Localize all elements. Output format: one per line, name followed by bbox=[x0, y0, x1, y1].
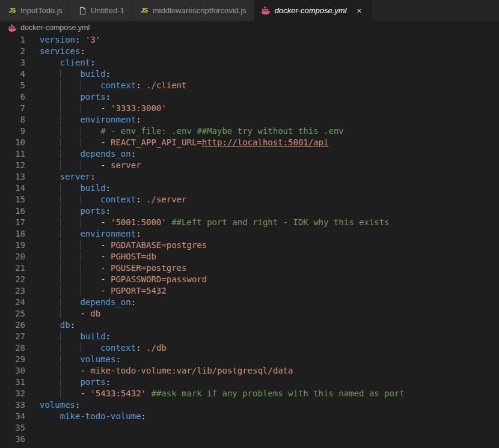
indent-guide bbox=[60, 377, 81, 387]
tab-middlewarescriptforcovid-js[interactable]: JSmiddlewarescriptforcovid.js bbox=[132, 0, 254, 21]
line-number: 11 bbox=[0, 148, 25, 160]
code-line[interactable]: 4 build: bbox=[0, 68, 499, 80]
code-text: build: bbox=[40, 68, 111, 80]
tab-label: middlewarescriptforcovid.js bbox=[153, 6, 246, 15]
line-number: 21 bbox=[0, 262, 25, 274]
tab-inputtodo-js[interactable]: JSInputTodo.js bbox=[0, 0, 70, 21]
code-line[interactable]: 19 - PGDATABASE=postgres bbox=[0, 240, 499, 251]
code-text: volumes: bbox=[40, 399, 80, 411]
code-line[interactable]: 25 - db bbox=[0, 308, 499, 319]
code-line[interactable]: 32 - '5433:5432' ##ask mark if any probl… bbox=[0, 388, 499, 399]
indent-guide bbox=[60, 263, 81, 273]
code-line[interactable]: 15 context: ./server bbox=[0, 194, 499, 205]
code-line[interactable]: 23 - PGPORT=5432 bbox=[0, 285, 499, 297]
code-line[interactable]: 11 depends_on: bbox=[0, 148, 499, 160]
code-line[interactable]: 28 context: ./db bbox=[0, 342, 499, 354]
code-line[interactable]: 8 environment: bbox=[0, 114, 499, 126]
code-text: context: ./db bbox=[40, 342, 167, 354]
code-line[interactable]: 35 bbox=[0, 422, 499, 434]
code-text: environment: bbox=[40, 228, 141, 240]
tab-docker-compose-yml[interactable]: docker-compose.yml× bbox=[254, 0, 373, 21]
code-text: depends_on: bbox=[40, 297, 136, 308]
line-number: 17 bbox=[0, 217, 25, 228]
line-number: 2 bbox=[0, 46, 25, 57]
line-number: 13 bbox=[0, 171, 25, 183]
code-line[interactable]: 18 environment: bbox=[0, 228, 499, 240]
code-text: - server bbox=[40, 160, 141, 171]
line-number: 8 bbox=[0, 114, 25, 126]
line-number: 7 bbox=[0, 103, 25, 114]
indent-guide bbox=[80, 195, 100, 204]
code-text: - mike-todo-volume:var/lib/postgresql/da… bbox=[40, 365, 293, 377]
indent-guide bbox=[60, 80, 81, 90]
code-line[interactable]: 27 build: bbox=[0, 331, 499, 342]
code-text: version: '3' bbox=[40, 34, 100, 46]
indent-guide bbox=[60, 240, 81, 250]
code-line[interactable]: 14 build: bbox=[0, 183, 499, 194]
code-text: ports: bbox=[40, 91, 111, 103]
code-line[interactable]: 12 - server bbox=[0, 160, 499, 171]
breadcrumb-item-filename[interactable]: docker-compose.yml bbox=[20, 23, 90, 32]
code-text: ports: bbox=[40, 377, 111, 388]
line-number: 14 bbox=[0, 183, 25, 194]
code-text: build: bbox=[40, 331, 111, 342]
line-number: 22 bbox=[0, 274, 25, 285]
code-line[interactable]: 29 volumes: bbox=[0, 354, 499, 365]
indent-guide bbox=[80, 138, 100, 147]
indent-guide bbox=[60, 229, 81, 238]
code-line[interactable]: 20 - PGHOST=db bbox=[0, 251, 499, 262]
line-number: 9 bbox=[0, 126, 25, 137]
code-text: - '3333:3000' bbox=[40, 103, 167, 114]
code-line[interactable]: 6 ports: bbox=[0, 91, 499, 103]
indent-guide bbox=[80, 160, 100, 170]
line-number: 27 bbox=[0, 331, 25, 342]
indent-guide bbox=[60, 217, 81, 227]
tab-label: InputTodo.js bbox=[20, 6, 63, 15]
tab-label: docker-compose.yml bbox=[275, 6, 347, 15]
indent-guide bbox=[60, 160, 81, 170]
code-text: - PGPASSWORD=password bbox=[40, 274, 207, 285]
line-number: 6 bbox=[0, 91, 25, 103]
close-icon[interactable]: × bbox=[354, 5, 365, 16]
code-line[interactable]: 21 - PGUSER=postgres bbox=[0, 262, 499, 274]
line-number: 28 bbox=[0, 342, 25, 354]
code-line[interactable]: 22 - PGPASSWORD=password bbox=[0, 274, 499, 285]
code-line[interactable]: 24 depends_on: bbox=[0, 297, 499, 308]
code-text: - '5001:5000' ##Left port and right - ID… bbox=[40, 217, 390, 228]
code-line[interactable]: 3 client: bbox=[0, 57, 499, 68]
indent-guide bbox=[60, 354, 81, 364]
code-line[interactable]: 30 - mike-todo-volume:var/lib/postgresql… bbox=[0, 365, 499, 377]
indent-guide bbox=[60, 183, 81, 193]
line-number: 32 bbox=[0, 388, 25, 399]
tab-untitled-1[interactable]: Untitled-1 bbox=[70, 0, 132, 21]
code-line[interactable]: 10 - REACT_APP_API_URL=http://localhost:… bbox=[0, 137, 499, 148]
code-line[interactable]: 5 context: ./client bbox=[0, 80, 499, 91]
code-line[interactable]: 26 db: bbox=[0, 319, 499, 331]
docker-icon bbox=[262, 6, 271, 16]
line-number: 24 bbox=[0, 297, 25, 308]
line-number: 35 bbox=[0, 422, 25, 434]
code-text: - PGUSER=postgres bbox=[40, 262, 186, 274]
code-line[interactable]: 36 bbox=[0, 434, 499, 445]
indent-guide bbox=[80, 252, 100, 261]
code-line[interactable]: 34 mike-todo-volume: bbox=[0, 411, 499, 422]
code-line[interactable]: 2services: bbox=[0, 46, 499, 57]
code-line[interactable]: 1version: '3' bbox=[0, 34, 499, 46]
indent-guide bbox=[60, 274, 81, 284]
code-line[interactable]: 16 ports: bbox=[0, 205, 499, 217]
indent-guide bbox=[60, 115, 81, 124]
code-line[interactable]: 17 - '5001:5000' ##Left port and right -… bbox=[0, 217, 499, 228]
js-icon: JS bbox=[7, 6, 17, 16]
url-link[interactable]: http://localhost:5001/api bbox=[202, 138, 329, 147]
code-text: mike-todo-volume: bbox=[40, 411, 146, 422]
line-number: 33 bbox=[0, 399, 25, 411]
code-line[interactable]: 9 # - env_file: .env ##Maybe try without… bbox=[0, 126, 499, 137]
code-line[interactable]: 13 server: bbox=[0, 171, 499, 183]
indent-guide bbox=[80, 343, 100, 353]
code-line[interactable]: 33volumes: bbox=[0, 399, 499, 411]
line-number: 3 bbox=[0, 57, 25, 68]
breadcrumb: docker-compose.yml bbox=[0, 21, 499, 34]
code-line[interactable]: 7 - '3333:3000' bbox=[0, 103, 499, 114]
line-number: 12 bbox=[0, 160, 25, 171]
code-line[interactable]: 31 ports: bbox=[0, 377, 499, 388]
